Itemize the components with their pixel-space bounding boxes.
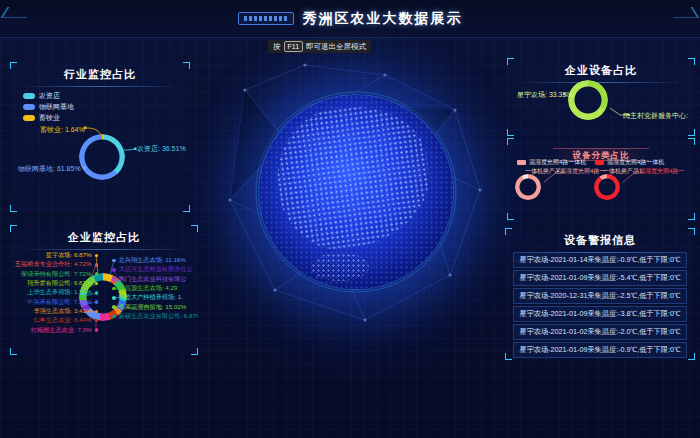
panel-corner bbox=[505, 353, 512, 360]
panel-device-category: 设备分类占比 温湿度光照4路一体机 一体机类产品1 温湿度光照4路一 温湿度光照… bbox=[507, 138, 695, 220]
label-dot bbox=[95, 310, 99, 314]
logo bbox=[238, 12, 294, 25]
legend-item[interactable]: 温湿度光照4路一体机 bbox=[595, 158, 664, 167]
legend-label: 农资店 bbox=[39, 91, 60, 101]
legend-label: 温湿度光照4路一体机 bbox=[607, 158, 664, 167]
slice-label: 星宇农场: 33.33% bbox=[517, 90, 573, 100]
legend-item[interactable]: 农资店 bbox=[23, 90, 190, 101]
label-dot bbox=[112, 287, 116, 291]
panel-title: 设备警报信息 bbox=[505, 228, 695, 248]
alarm-row: 星宇农场-2020-12-31采集温度:-2.5℃,低于下限:0℃ bbox=[513, 288, 687, 304]
panel-corner bbox=[10, 225, 17, 232]
panel-corner bbox=[505, 228, 512, 235]
label-dot bbox=[95, 263, 99, 267]
alarm-row: 星宇农场-2021-01-14采集温度:-0.9℃,低于下限:0℃ bbox=[513, 252, 687, 268]
alarm-list: 星宇农场-2021-01-14采集温度:-0.9℃,低于下限:0℃ 星宇农场-2… bbox=[513, 252, 687, 358]
enterprise-label-row: 北兴翔生态农场: 11.16% bbox=[112, 256, 198, 265]
label-dot bbox=[95, 300, 99, 304]
enterprise-label-row: 翔升发有限公司: 6.87% bbox=[10, 279, 98, 288]
panel-title: 行业监控占比 bbox=[10, 62, 190, 82]
enterprise-label-row: 丰盈大户种植养殖场: 1. bbox=[112, 293, 198, 302]
company-share-label: 丰盈大户种植养殖场: 1. bbox=[119, 293, 183, 302]
company-share-label: 李强生态农场: 3.43% bbox=[33, 307, 91, 316]
label-dot bbox=[112, 305, 116, 309]
divider bbox=[515, 82, 687, 83]
panel-corner bbox=[10, 348, 17, 355]
enterprise-labels-left: 星宇农场: 6.87% 五福粮食专业合作社: 4.72% 家绿禾特有限公司: 7… bbox=[10, 251, 98, 335]
label-dot bbox=[95, 254, 99, 258]
slice-label: 农资店: 36.51% bbox=[137, 144, 186, 154]
enterprise-label-row: 上华生态养殖场: 1.72% bbox=[10, 288, 98, 297]
slice-label: 物联网基地: 61.85% bbox=[18, 164, 81, 174]
alarm-row: 星宇农场-2021-01-02采集温度:-2.0℃,低于下限:0℃ bbox=[513, 324, 687, 340]
pointer-label: 温湿度光照4路一 bbox=[639, 167, 684, 176]
panel-corner bbox=[10, 62, 17, 69]
label-dot bbox=[112, 277, 116, 281]
panel-title: 企业设备占比 bbox=[507, 58, 695, 78]
logo-text-placeholder bbox=[244, 16, 288, 21]
tooltip-prefix: 按 bbox=[273, 42, 281, 52]
panel-corner bbox=[191, 225, 198, 232]
page-title: 秀洲区农业大数据展示 bbox=[303, 10, 463, 28]
company-share-label: 五福粮食专业合作社: 4.72% bbox=[15, 260, 92, 269]
company-share-label: 翔升发有限公司: 6.87% bbox=[27, 279, 91, 288]
panel-corner bbox=[688, 228, 695, 235]
panel-corner bbox=[507, 213, 514, 220]
panel-corner bbox=[688, 353, 695, 360]
device-category-donut-left[interactable] bbox=[515, 174, 541, 200]
enterprise-label-row: 李强生态农场: 3.43% bbox=[10, 307, 98, 316]
panel-corner bbox=[183, 62, 190, 69]
label-dot bbox=[112, 259, 116, 263]
divider bbox=[18, 86, 182, 87]
enterprise-label-row: 新硕生态农业有限公司: 6.87% bbox=[112, 312, 198, 321]
label-dot bbox=[95, 319, 99, 323]
globe-continent-dots-small bbox=[311, 253, 369, 281]
legend-label: 物联网基地 bbox=[39, 102, 74, 112]
device-category-donut-right[interactable] bbox=[594, 174, 620, 200]
label-dot bbox=[112, 268, 116, 272]
legend-item[interactable]: 温湿度光照4路一体机 bbox=[517, 158, 586, 167]
enterprise-label-row: 红梅园生态农业: 7.3% bbox=[10, 325, 98, 334]
f11-key: F11 bbox=[284, 41, 304, 52]
globe bbox=[258, 94, 454, 290]
enterprise-label-row: 家绿禾特有限公司: 7.72% bbox=[10, 270, 98, 279]
tooltip-suffix: 即可退出全屏模式 bbox=[306, 42, 366, 52]
panel-corner bbox=[688, 213, 695, 220]
alarm-row: 星宇农场-2021-01-09采集温度:-0.9℃,低于下限:0℃ bbox=[513, 342, 687, 358]
panel-corner bbox=[688, 58, 695, 65]
panel-title: 企业监控占比 bbox=[10, 225, 198, 245]
equipment-donut-chart[interactable] bbox=[568, 80, 608, 120]
panel-alarm-info: 设备警报信息 星宇农场-2021-01-14采集温度:-0.9℃,低于下限:0℃… bbox=[505, 228, 695, 360]
enterprise-label-row: 明昌源生态农场: 4.29 bbox=[112, 284, 198, 293]
company-share-label: 仁丰生态农业: 6.44% bbox=[33, 316, 91, 325]
enterprise-label-row: 瓜果花潮自留地: 15.02% bbox=[112, 302, 198, 311]
legend-label: 温湿度光照4路一体机 bbox=[529, 158, 586, 167]
fullscreen-tooltip: 按 F11 即可退出全屏模式 bbox=[268, 40, 371, 53]
industry-donut-chart[interactable] bbox=[79, 134, 125, 180]
legend-swatch bbox=[595, 160, 604, 165]
label-dot bbox=[95, 272, 99, 276]
panel-corner bbox=[688, 138, 695, 145]
label-dot bbox=[112, 296, 116, 300]
label-dot bbox=[112, 315, 116, 319]
legend-swatch bbox=[23, 104, 35, 110]
company-share-label: 北兴翔生态农场: 11.16% bbox=[119, 256, 186, 265]
panel-corner bbox=[183, 205, 190, 212]
industry-legend: 农资店 物联网基地 畜牧业 bbox=[10, 90, 190, 123]
enterprise-label-row: 五福粮食专业合作社: 4.72% bbox=[10, 260, 98, 269]
panel-corner bbox=[507, 129, 514, 136]
alarm-row: 星宇农场-2021-01-09采集温度:-5.4℃,低于下限:0℃ bbox=[513, 270, 687, 286]
company-share-label: 新硕生态农业有限公司: 6.87% bbox=[119, 312, 199, 321]
company-share-label: 红梅园生态农业: 7.3% bbox=[31, 326, 92, 335]
enterprise-label-row: 星宇农场: 6.87% bbox=[10, 251, 98, 260]
enterprise-label-row: 陶门生态农业科技有限公 bbox=[112, 275, 198, 284]
slice-label: 民主村党群服务中心: bbox=[623, 111, 688, 121]
panel-corner bbox=[507, 138, 514, 145]
legend-item[interactable]: 畜牧业 bbox=[23, 112, 190, 123]
legend-item[interactable]: 物联网基地 bbox=[23, 101, 190, 112]
company-share-label: 明昌源生态农场: 4.29 bbox=[119, 284, 178, 293]
divider bbox=[18, 249, 190, 250]
legend-swatch bbox=[23, 93, 35, 99]
panel-equipment-share: 企业设备占比 星宇农场: 33.33% 民主村党群服务中心: bbox=[507, 58, 695, 136]
label-dot bbox=[95, 328, 99, 332]
